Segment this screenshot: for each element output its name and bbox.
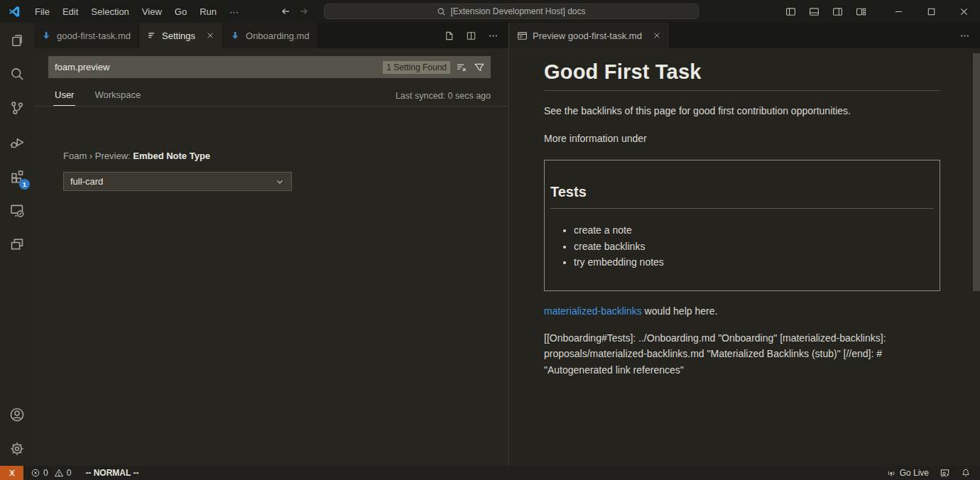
toggle-primary-sidebar-icon[interactable]: [783, 4, 799, 20]
preview-scrollbar[interactable]: [973, 53, 980, 291]
editor-group-preview: Preview good-first-task.md Good First Ta…: [509, 23, 980, 466]
settings-gear-icon[interactable]: [0, 432, 34, 466]
tab-bar-right: Preview good-first-task.md: [509, 23, 980, 48]
tab-bar-left: good-first-task.md Settings Onboarding.m…: [34, 23, 508, 48]
menu-selection[interactable]: Selection: [85, 4, 135, 20]
settings-results-badge: 1 Setting Found: [383, 61, 450, 74]
more-actions-icon[interactable]: [488, 31, 499, 41]
link-references-text: [[Onboarding#Tests]: ../Onboarding.md "O…: [544, 330, 940, 378]
menu-run[interactable]: Run: [193, 4, 223, 20]
feedback-icon[interactable]: [940, 468, 950, 479]
tab-label: good-first-task.md: [57, 31, 131, 41]
preview-paragraph: See the backlinks of this page for good …: [544, 103, 940, 119]
accounts-icon[interactable]: [0, 398, 34, 432]
source-control-icon[interactable]: [0, 91, 34, 125]
vim-mode-indicator[interactable]: -- NORMAL --: [85, 468, 138, 478]
editor-group-settings: good-first-task.md Settings Onboarding.m…: [34, 23, 508, 466]
editor-group-sash[interactable]: [508, 23, 509, 466]
setting-item-embed-note-type: Foam › Preview: Embed Note Type full-car…: [63, 151, 292, 191]
settings-editor: foam.preview 1 Setting Found User Works: [34, 48, 508, 466]
windows-panels-icon[interactable]: [0, 227, 34, 261]
tab-label: Settings: [162, 31, 195, 41]
tab-settings[interactable]: Settings: [139, 23, 223, 48]
search-view-icon[interactable]: [0, 57, 34, 91]
tab-close-icon[interactable]: [206, 31, 214, 40]
embedded-note-card: Tests create a note create backlinks try…: [544, 160, 940, 291]
split-editor-icon[interactable]: [466, 31, 477, 41]
errors-icon: [31, 468, 40, 478]
preview-paragraph: More information under: [544, 131, 940, 146]
setting-name: Embed Note Type: [133, 151, 210, 161]
menu-edit[interactable]: Edit: [56, 4, 85, 20]
chevron-down-icon: [275, 177, 285, 187]
materialized-backlinks-link[interactable]: materialized-backlinks: [544, 305, 642, 317]
go-live-label: Go Live: [900, 468, 929, 478]
problems-status[interactable]: 0 0: [31, 468, 74, 478]
list-item: try embedding notes: [574, 254, 934, 271]
embedded-note-list: create a note create backlinks try embed…: [550, 222, 934, 271]
window-close-button[interactable]: [947, 0, 980, 23]
extensions-badge: 1: [19, 179, 30, 190]
command-center-label: [Extension Development Host] docs: [450, 6, 585, 16]
list-item: create a note: [574, 222, 934, 239]
window-maximize-button[interactable]: [915, 0, 947, 23]
select-value: full-card: [70, 176, 103, 187]
preview-paragraph: materialized-backlinks would help here.: [544, 303, 940, 319]
scope-tab-user[interactable]: User: [53, 86, 75, 106]
customize-layout-icon[interactable]: [853, 4, 869, 20]
go-live-button[interactable]: Go Live: [886, 468, 929, 478]
errors-count: 0: [43, 468, 48, 478]
menu-file[interactable]: File: [28, 4, 56, 20]
window-minimize-button[interactable]: [882, 0, 915, 23]
link-suffix-text: would help here.: [642, 305, 718, 317]
list-item: create backlinks: [574, 239, 934, 255]
setting-title: Foam › Preview: Embed Note Type: [63, 151, 292, 161]
markdown-file-icon: [42, 31, 52, 40]
scope-tab-workspace[interactable]: Workspace: [93, 86, 142, 105]
settings-editor-icon: [147, 31, 157, 40]
tab-good-first-task[interactable]: good-first-task.md: [34, 23, 139, 48]
markdown-preview-icon: [517, 31, 528, 41]
clear-search-filters-icon[interactable]: [456, 62, 467, 73]
vscode-logo-icon: [0, 5, 28, 18]
menu-bar: File Edit Selection View Go Run ···: [28, 4, 245, 20]
more-actions-icon[interactable]: [959, 31, 970, 41]
markdown-file-icon: [231, 31, 241, 40]
tab-label: Preview good-first-task.md: [533, 31, 642, 41]
embed-note-type-select[interactable]: full-card: [63, 172, 292, 191]
settings-scope-tabs: User Workspace Last synced: 0 secs ago: [34, 85, 508, 107]
preview-heading: Good First Task: [544, 60, 940, 91]
warnings-icon: [54, 468, 64, 478]
filter-settings-icon[interactable]: [474, 62, 485, 73]
markdown-preview-pane: Good First Task See the backlinks of thi…: [509, 48, 980, 466]
toggle-panel-icon[interactable]: [806, 4, 822, 20]
last-synced-label: Last synced: 0 secs ago: [396, 91, 491, 101]
navigate-back-icon[interactable]: [280, 6, 291, 17]
command-center-search[interactable]: [Extension Development Host] docs: [324, 4, 699, 19]
remote-explorer-icon[interactable]: [0, 193, 34, 227]
tab-close-icon[interactable]: [653, 31, 661, 40]
remote-icon: [7, 468, 17, 478]
run-debug-icon[interactable]: [0, 125, 34, 159]
settings-search-value: foam.preview: [55, 62, 383, 72]
search-icon: [437, 7, 446, 16]
menu-view[interactable]: View: [136, 4, 168, 20]
open-settings-json-icon[interactable]: [444, 31, 454, 41]
warnings-count: 0: [67, 468, 72, 478]
activity-bar: 1: [0, 23, 34, 466]
settings-search-input[interactable]: foam.preview 1 Setting Found: [48, 56, 491, 78]
extensions-icon[interactable]: 1: [0, 159, 34, 193]
toggle-secondary-sidebar-icon[interactable]: [829, 4, 846, 20]
explorer-icon[interactable]: [0, 23, 34, 57]
tab-label: Onboarding.md: [246, 31, 310, 41]
menu-go[interactable]: Go: [168, 4, 193, 20]
remote-indicator[interactable]: [0, 466, 23, 480]
broadcast-icon: [886, 468, 896, 478]
tab-preview-good-first-task[interactable]: Preview good-first-task.md: [509, 23, 670, 48]
status-bar: 0 0 -- NORMAL -- Go Live: [0, 466, 980, 480]
menu-more[interactable]: ···: [223, 4, 245, 20]
navigate-forward-icon[interactable]: [298, 6, 310, 17]
tab-onboarding[interactable]: Onboarding.md: [223, 23, 318, 48]
notifications-bell-icon[interactable]: [961, 468, 971, 478]
setting-category: Foam › Preview:: [63, 151, 133, 161]
